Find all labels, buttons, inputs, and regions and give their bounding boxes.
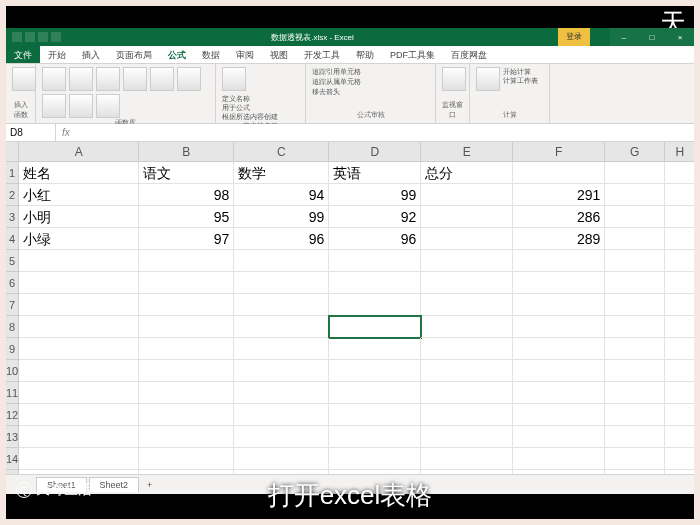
- cell[interactable]: [421, 228, 513, 250]
- cell[interactable]: [421, 206, 513, 228]
- cell[interactable]: [605, 184, 665, 206]
- remove-arrows-btn[interactable]: 移去箭头: [312, 87, 429, 96]
- row-header[interactable]: 8: [6, 316, 18, 338]
- cell[interactable]: [665, 206, 694, 228]
- cell[interactable]: [513, 316, 605, 338]
- lookup-icon[interactable]: [42, 94, 66, 118]
- cell[interactable]: [665, 250, 694, 272]
- cell[interactable]: [421, 426, 513, 448]
- cell[interactable]: [234, 250, 329, 272]
- select-all-corner[interactable]: [6, 142, 18, 162]
- autosum-icon[interactable]: [42, 67, 66, 91]
- cell[interactable]: [665, 294, 694, 316]
- cell[interactable]: [19, 404, 139, 426]
- financial-icon[interactable]: [96, 67, 120, 91]
- cell[interactable]: [665, 184, 694, 206]
- cell[interactable]: [665, 360, 694, 382]
- close-icon[interactable]: ×: [666, 28, 694, 46]
- cell[interactable]: 95: [139, 206, 234, 228]
- cell[interactable]: [665, 228, 694, 250]
- cell[interactable]: [665, 426, 694, 448]
- quick-access-toolbar[interactable]: [6, 32, 67, 42]
- define-name-btn[interactable]: 定义名称: [222, 94, 278, 103]
- cell[interactable]: [139, 448, 234, 470]
- cell[interactable]: [605, 360, 665, 382]
- cell[interactable]: 总分: [421, 162, 513, 184]
- cell[interactable]: [139, 382, 234, 404]
- cell[interactable]: [329, 272, 421, 294]
- cell[interactable]: [19, 448, 139, 470]
- cell[interactable]: [605, 206, 665, 228]
- tab-review[interactable]: 审阅: [228, 46, 262, 63]
- from-selection-btn[interactable]: 根据所选内容创建: [222, 112, 278, 121]
- cell[interactable]: [421, 382, 513, 404]
- cell[interactable]: [605, 382, 665, 404]
- recent-icon[interactable]: [69, 67, 93, 91]
- cell[interactable]: [665, 382, 694, 404]
- cell[interactable]: [605, 162, 665, 184]
- cell[interactable]: [421, 272, 513, 294]
- tab-pdf[interactable]: PDF工具集: [382, 46, 443, 63]
- cell[interactable]: [19, 426, 139, 448]
- calc-now-btn[interactable]: 开始计算: [503, 67, 538, 76]
- cell[interactable]: [513, 272, 605, 294]
- cell[interactable]: 96: [329, 228, 421, 250]
- cell[interactable]: [234, 272, 329, 294]
- cell[interactable]: [665, 338, 694, 360]
- tab-formulas[interactable]: 公式: [160, 46, 194, 63]
- cell[interactable]: [139, 316, 234, 338]
- cell[interactable]: [19, 272, 139, 294]
- cell[interactable]: [234, 338, 329, 360]
- cell[interactable]: [329, 426, 421, 448]
- cell[interactable]: 英语: [329, 162, 421, 184]
- math-icon[interactable]: [69, 94, 93, 118]
- cell[interactable]: [513, 294, 605, 316]
- tab-baidu[interactable]: 百度网盘: [443, 46, 495, 63]
- tab-home[interactable]: 开始: [40, 46, 74, 63]
- cell[interactable]: [19, 382, 139, 404]
- cell[interactable]: [605, 316, 665, 338]
- cell[interactable]: 94: [234, 184, 329, 206]
- more-func-icon[interactable]: [96, 94, 120, 118]
- cell[interactable]: [605, 404, 665, 426]
- calc-sheet-btn[interactable]: 计算工作表: [503, 76, 538, 85]
- cell[interactable]: [605, 272, 665, 294]
- cell[interactable]: [605, 426, 665, 448]
- cell[interactable]: [665, 272, 694, 294]
- col-header[interactable]: B: [139, 142, 234, 162]
- cell[interactable]: [421, 338, 513, 360]
- cell[interactable]: [605, 228, 665, 250]
- row-header[interactable]: 13: [6, 426, 18, 448]
- row-header[interactable]: 7: [6, 294, 18, 316]
- cell[interactable]: 小红: [19, 184, 139, 206]
- cell[interactable]: [421, 360, 513, 382]
- cell[interactable]: 数学: [234, 162, 329, 184]
- cell[interactable]: [19, 250, 139, 272]
- cell[interactable]: 97: [139, 228, 234, 250]
- row-header[interactable]: 1: [6, 162, 18, 184]
- tab-file[interactable]: 文件: [6, 46, 40, 63]
- cell[interactable]: [329, 316, 421, 338]
- col-header[interactable]: F: [513, 142, 605, 162]
- col-header[interactable]: G: [605, 142, 665, 162]
- cell[interactable]: 99: [329, 184, 421, 206]
- cell[interactable]: [513, 360, 605, 382]
- row-header[interactable]: 5: [6, 250, 18, 272]
- cell[interactable]: 小明: [19, 206, 139, 228]
- cell[interactable]: 286: [513, 206, 605, 228]
- col-header[interactable]: D: [329, 142, 421, 162]
- cell[interactable]: [513, 338, 605, 360]
- cell[interactable]: [329, 360, 421, 382]
- cell[interactable]: 姓名: [19, 162, 139, 184]
- maximize-icon[interactable]: □: [638, 28, 666, 46]
- name-box[interactable]: D8: [6, 124, 56, 141]
- tab-data[interactable]: 数据: [194, 46, 228, 63]
- trace-dependents-btn[interactable]: 追踪从属单元格: [312, 77, 429, 86]
- cell[interactable]: [513, 404, 605, 426]
- cell[interactable]: [139, 294, 234, 316]
- cell[interactable]: 289: [513, 228, 605, 250]
- cell[interactable]: [513, 382, 605, 404]
- cell[interactable]: 98: [139, 184, 234, 206]
- cell[interactable]: [234, 426, 329, 448]
- cell[interactable]: [605, 448, 665, 470]
